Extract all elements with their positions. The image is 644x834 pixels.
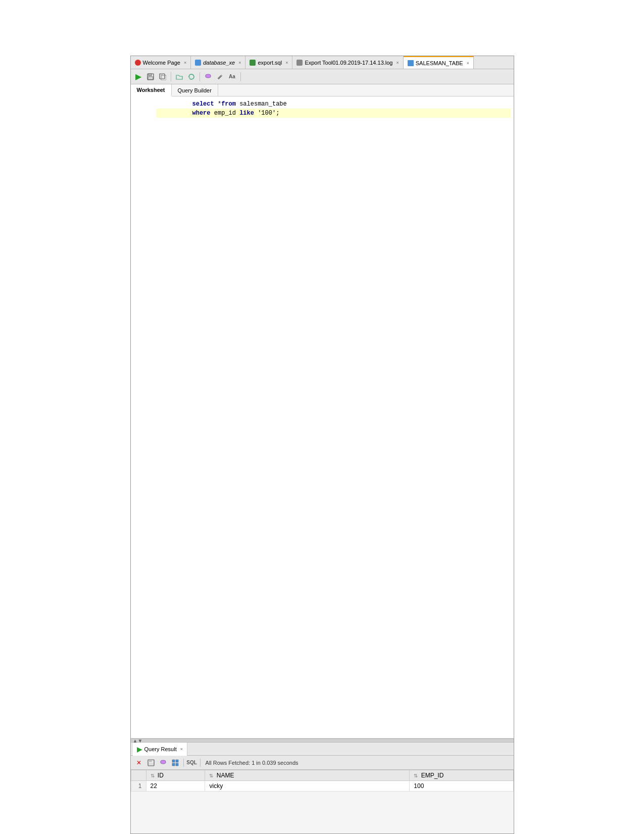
svg-rect-12: [172, 760, 175, 762]
tab-export-log-label: Export Tool01.09.2019-17.14.13.log: [305, 60, 392, 66]
tab-welcome-close[interactable]: ×: [184, 60, 186, 65]
sep3: [240, 72, 241, 81]
col-rownum-header: [131, 770, 146, 781]
result-export-btn[interactable]: [158, 758, 168, 768]
tab-salesman-tabe-label: SALESMAN_TABE: [416, 60, 463, 66]
tab-welcome[interactable]: Welcome Page ×: [131, 56, 191, 69]
format-button[interactable]: Aa: [227, 71, 238, 82]
result-table-wrapper: ⇅ ID ⇅ NAME ⇅ EMP_ID: [131, 770, 514, 792]
col-empid-header[interactable]: ⇅ EMP_ID: [410, 770, 513, 781]
col-name-icon: ⇅: [209, 773, 213, 778]
tab-database-xe-close[interactable]: ×: [238, 60, 241, 65]
tab-salesman-tabe[interactable]: SALESMAN_TABE ×: [404, 56, 474, 69]
svg-rect-10: [148, 763, 154, 765]
table-header-row: ⇅ ID ⇅ NAME ⇅ EMP_ID: [131, 770, 513, 781]
welcome-icon: [135, 60, 141, 66]
result-grid-btn[interactable]: [170, 758, 180, 768]
result-tab-query-result[interactable]: ▶ Query Result ×: [133, 743, 187, 756]
svg-rect-9: [149, 760, 152, 762]
result-table: ⇅ ID ⇅ NAME ⇅ EMP_ID: [131, 770, 514, 792]
tab-welcome-label: Welcome Page: [143, 60, 180, 66]
sep2: [200, 72, 200, 81]
editor-line-2: where emp_id like '100';: [156, 109, 511, 118]
sep1: [171, 72, 171, 81]
svg-rect-15: [176, 763, 178, 766]
refresh-button[interactable]: [186, 71, 197, 82]
result-sql-btn[interactable]: SQL: [187, 758, 197, 768]
svg-rect-14: [172, 763, 175, 766]
main-toolbar: ▶ Aa: [131, 69, 514, 84]
save-all-button[interactable]: [157, 71, 168, 82]
run-button[interactable]: ▶: [133, 71, 144, 82]
result-toolbar: ✕ SQL All Rows Fetched: 1 in 0.039 secon…: [131, 756, 514, 770]
col-id-label: ID: [158, 772, 164, 779]
result-tab-bar: ▶ Query Result ×: [131, 743, 514, 756]
tab-export-log[interactable]: Export Tool01.09.2019-17.14.13.log ×: [292, 56, 403, 69]
col-name-label: NAME: [217, 772, 234, 779]
tab-export-sql[interactable]: export.sql ×: [245, 56, 292, 69]
result-save-btn[interactable]: [146, 758, 156, 768]
edit-button[interactable]: [215, 71, 226, 82]
open-button[interactable]: [174, 71, 185, 82]
tab-bar: Welcome Page × database_xe × export.sql …: [131, 56, 514, 69]
row-num-1: 1: [131, 781, 146, 792]
tab-database-xe[interactable]: database_xe ×: [191, 56, 245, 69]
table-row: 1 22 vicky 100: [131, 781, 513, 792]
svg-rect-1: [148, 74, 152, 76]
result-sep2: [200, 759, 201, 767]
editor-area[interactable]: select *from salesman_tabe where emp_id …: [131, 96, 514, 739]
db-icon: [195, 60, 201, 66]
tab-export-log-close[interactable]: ×: [397, 60, 399, 65]
tab-database-xe-label: database_xe: [203, 60, 235, 66]
ide-window: Welcome Page × database_xe × export.sql …: [130, 56, 514, 834]
splitter[interactable]: ▲▼: [131, 739, 514, 743]
col-id-header[interactable]: ⇅ ID: [146, 770, 205, 781]
result-panel: ▶ Query Result × ✕ SQL: [131, 743, 514, 833]
sub-tab-worksheet-label: Worksheet: [137, 87, 165, 93]
result-stop-btn[interactable]: ✕: [134, 758, 144, 768]
svg-rect-2: [148, 77, 153, 79]
db-connect-button[interactable]: [203, 71, 214, 82]
col-empid-icon: ⇅: [414, 773, 418, 778]
row-id-1: 22: [146, 781, 205, 792]
col-name-header[interactable]: ⇅ NAME: [205, 770, 410, 781]
result-sep: [183, 759, 184, 767]
result-tab-close[interactable]: ×: [180, 747, 183, 752]
row-name-1: vicky: [205, 781, 410, 792]
tab-export-sql-label: export.sql: [258, 60, 282, 66]
main-container: Welcome Page × database_xe × export.sql …: [0, 0, 644, 834]
result-play-icon: ▶: [137, 745, 142, 753]
tab-export-sql-close[interactable]: ×: [285, 60, 288, 65]
col-id-icon: ⇅: [151, 773, 155, 778]
log-icon: [296, 60, 303, 66]
table-icon: [408, 60, 414, 66]
result-status: All Rows Fetched: 1 in 0.039 seconds: [206, 760, 299, 766]
editor-line-2-text: where emp_id like '100';: [156, 103, 280, 124]
save-button[interactable]: [145, 71, 156, 82]
sub-tab-query-builder-label: Query Builder: [178, 87, 212, 93]
col-empid-label: EMP_ID: [421, 772, 444, 779]
result-tab-label: Query Result: [144, 746, 177, 752]
row-empid-1: 100: [410, 781, 513, 792]
sql-icon: [250, 60, 256, 66]
svg-rect-13: [176, 760, 178, 762]
tab-salesman-tabe-close[interactable]: ×: [467, 61, 469, 66]
